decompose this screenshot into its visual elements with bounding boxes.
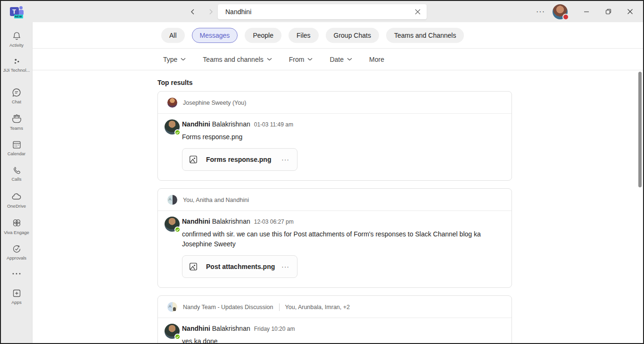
sidebar-item-label: Apps [11,300,22,305]
message-timestamp: Friday 10:20 am [254,326,295,332]
sidebar-more-apps-button[interactable] [1,265,32,284]
scrollbar-thumb[interactable] [638,72,642,187]
sidebar-item-calls[interactable]: Calls [1,161,32,186]
attachment-card[interactable]: Forms response.png ··· [182,148,297,171]
close-icon [414,8,421,15]
avatar [167,98,177,108]
divider [279,303,280,311]
teams-new-badge: NEW [14,15,24,18]
message-body: Forms response.png [182,132,502,142]
image-file-icon [188,261,198,272]
attachment-filename: Post attachments.png [206,263,279,270]
teams-people-icon [11,113,22,124]
viva-engage-icon [11,218,22,228]
search-query-text: Nandhini [225,8,414,16]
presence-available-icon [174,334,181,340]
calendar-icon [12,140,22,150]
group-avatar: A [167,302,177,312]
tab-group-chats[interactable]: Group Chats [326,28,379,43]
close-window-button[interactable] [620,4,639,20]
search-results-panel: All Messages People Files Group Chats Te… [33,22,643,343]
busy-status-badge [562,14,569,20]
chat-context-row[interactable]: A Nandy Team - Updates Discussion You, A… [158,296,512,318]
avatar [165,217,180,232]
chat-icon [11,87,22,98]
filter-teams-channels-dropdown[interactable]: Teams and channels [203,56,272,63]
tab-teams-and-channels[interactable]: Teams and Channels [386,28,464,43]
sidebar-item-label: Activity [9,42,24,48]
minimize-button[interactable] [577,4,596,20]
chevron-right-icon [207,8,214,15]
chevron-down-icon [307,58,313,61]
chevron-down-icon [347,58,352,61]
chat-context-row[interactable]: A You, Anitha and Nandhini [158,189,512,211]
app-rail: Activity JiJi Technol... Chat Teams Cale… [1,22,33,343]
message-result-card[interactable]: A You, Anitha and Nandhini Nandhini Bala… [157,188,512,288]
sidebar-item-calendar[interactable]: Calendar [1,135,32,161]
sidebar-item-label: Approvals [7,255,26,260]
restore-icon [605,8,611,15]
message-timestamp: 01-03 11:49 am [254,121,293,128]
message-body: confirmed with sir. we can use this for … [182,229,502,249]
chevron-left-icon [190,8,196,15]
chat-context-row[interactable]: Josephine Sweety (You) [158,92,512,114]
sidebar-item-chat[interactable]: Chat [1,83,32,109]
chevron-down-icon [181,58,186,61]
tab-all[interactable]: All [161,28,185,43]
back-button[interactable] [187,6,198,17]
cloud-icon [11,191,22,202]
filter-more-button[interactable]: More [369,56,384,63]
group-avatar: A [167,195,177,205]
sidebar-item-jiji-technologies[interactable]: JiJi Technol... [1,52,32,77]
settings-more-button[interactable]: ··· [531,6,550,18]
sender-name: Nandhini Balakrishnan [182,218,250,225]
approvals-icon [12,244,22,254]
attachment-more-button[interactable]: ··· [279,262,292,271]
teams-logo: T NEW [1,5,33,18]
image-file-icon [188,154,198,165]
filter-bar: Type Teams and channels From Date More [33,49,643,70]
filter-from-dropdown[interactable]: From [289,56,313,63]
forward-button[interactable] [205,6,216,17]
scrollbar-track[interactable] [636,22,643,343]
tab-files[interactable]: Files [289,28,319,43]
message-body: yes ka done [182,336,502,344]
attachment-card[interactable]: Post attachments.png ··· [182,255,297,278]
chat-context-name: Josephine Sweety (You) [183,100,246,106]
sidebar-item-onedrive[interactable]: OneDrive [1,186,32,213]
results-heading: Top results [157,79,643,86]
sender-name: Nandhini Balakrishnan [182,120,250,128]
search-input[interactable]: Nandhini [218,4,427,19]
jiji-app-icon [12,57,21,66]
bell-icon [12,31,22,41]
sender-name: Nandhini Balakrishnan [182,325,250,332]
sidebar-item-viva-engage[interactable]: Viva Engage [1,213,32,240]
close-icon [627,8,633,15]
attachment-filename: Forms response.png [206,156,279,163]
sidebar-item-apps[interactable]: Apps [1,284,32,310]
avatar [165,119,180,134]
presence-available-icon [174,227,181,233]
sidebar-item-label: Chat [12,99,21,104]
chat-members: You, Arunbala, Imran, +2 [285,304,350,310]
sidebar-item-label: OneDrive [7,203,26,209]
restore-button[interactable] [599,4,618,20]
sidebar-item-teams[interactable]: Teams [1,109,32,135]
attachment-more-button[interactable]: ··· [279,155,292,164]
sidebar-item-activity[interactable]: Activity [1,27,32,52]
sidebar-item-label: Calendar [8,151,26,156]
filter-date-dropdown[interactable]: Date [330,56,352,63]
filter-type-dropdown[interactable]: Type [163,56,186,63]
title-bar: T NEW Nandhini ··· [1,1,643,22]
message-result-card[interactable]: A Nandy Team - Updates Discussion You, A… [157,295,512,344]
apps-icon [12,288,22,298]
message-result-card[interactable]: Josephine Sweety (You) Nandhini Balakris… [157,91,512,181]
profile-avatar[interactable] [553,4,568,19]
sidebar-item-approvals[interactable]: Approvals [1,240,32,265]
search-scope-tabs: All Messages People Files Group Chats Te… [33,22,643,49]
clear-search-button[interactable] [414,8,421,15]
tab-messages[interactable]: Messages [192,28,238,43]
minimize-icon [584,9,589,15]
more-dots-icon [12,272,21,276]
tab-people[interactable]: People [245,28,281,43]
